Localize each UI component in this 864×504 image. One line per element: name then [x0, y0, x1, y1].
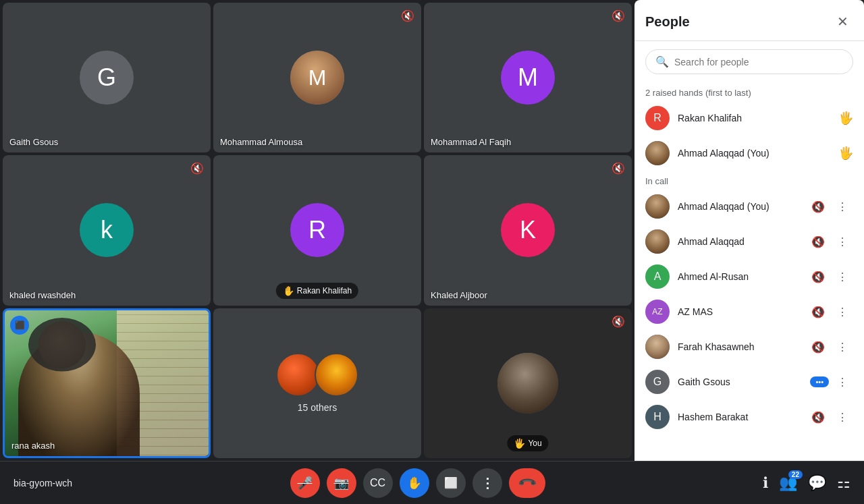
- mute-icon-khaled: 🔇: [190, 162, 204, 175]
- person-actions-ahmad-you-call: 🔇 ⋮: [807, 196, 853, 217]
- person-name-farah: Farah Khasawneh: [678, 341, 799, 352]
- avatar-rakan-raised: R: [645, 106, 670, 130]
- person-actions-gaith-panel: ••• ⋮: [810, 371, 853, 393]
- panel-title: People: [645, 14, 690, 30]
- person-item-ahmad-you-call: Ahmad Alaqqad (You) 🔇 ⋮: [634, 189, 864, 224]
- main-area: G Gaith Gsous 🔇 M Mohammad Almousa 🔇 M M…: [0, 0, 864, 461]
- camera-button[interactable]: 📷: [327, 468, 356, 498]
- gaith-active-indicator: •••: [810, 376, 829, 387]
- you-avatar: [497, 353, 558, 414]
- person-name-rakan-raised: Rakan Khalifah: [678, 113, 830, 123]
- search-input[interactable]: [674, 57, 843, 67]
- mute-btn-azmas[interactable]: 🔇: [807, 301, 829, 323]
- info-icon: ℹ: [763, 474, 768, 492]
- video-tile-mohammad-alfaqih: 🔇 M Mohammad Al Faqih: [424, 3, 632, 152]
- people-button[interactable]: 👥 22: [779, 474, 797, 492]
- rakan-badge: ✋ Rakan Khalifah: [276, 283, 358, 299]
- mute-icon-mohammad: 🔇: [401, 9, 414, 22]
- active-speaker-badge: ⬛: [10, 316, 29, 335]
- chat-button[interactable]: 💬: [808, 474, 826, 492]
- others-count: 15 others: [298, 402, 337, 413]
- video-tile-rana: ⬛ rana akash: [3, 308, 211, 458]
- in-call-label: In call: [634, 171, 864, 189]
- video-tile-mohammad-almousa: 🔇 M Mohammad Almousa: [213, 3, 421, 152]
- more-btn-farah[interactable]: ⋮: [832, 336, 853, 358]
- avatar-gaith: G: [80, 51, 134, 105]
- you-badge: 🖐 You: [507, 435, 548, 451]
- others-circle-2: [315, 353, 358, 397]
- person-actions-ahmad-call: 🔇 ⋮: [807, 231, 853, 252]
- mute-btn-hashem[interactable]: 🔇: [807, 406, 829, 428]
- end-call-icon: 📞: [516, 472, 537, 493]
- avatar-alfaqih: M: [501, 51, 555, 105]
- tile-name-mohammad-almousa: Mohammad Almousa: [220, 137, 302, 147]
- person-item-ahmed-rusan: A Ahmed Al-Rusan 🔇 ⋮: [634, 259, 864, 294]
- person-name-ahmad-call: Ahmad Alaqqad: [678, 236, 799, 247]
- people-list: 2 raised hands (first to last) R Rakan K…: [634, 82, 864, 461]
- people-badge-count: 22: [788, 470, 803, 479]
- more-btn-ahmad-you[interactable]: ⋮: [832, 196, 853, 217]
- info-button[interactable]: ℹ: [763, 474, 768, 492]
- person-item-azmas: AZ AZ MAS 🔇 ⋮: [634, 294, 864, 329]
- more-options-button[interactable]: ⋮: [473, 468, 502, 498]
- avatar-rakan: R: [290, 203, 344, 257]
- present-button[interactable]: ⬜: [436, 468, 466, 498]
- mute-btn-ahmad-you[interactable]: 🔇: [807, 196, 829, 217]
- activities-icon: ⚏: [837, 474, 850, 492]
- captions-button[interactable]: CC: [363, 468, 393, 498]
- toolbar-center: 🎤 📷 CC ✋ ⬜ ⋮ 📞: [290, 468, 545, 498]
- person-actions-ahmad-raised: 🖐: [838, 146, 853, 161]
- person-name-gaith-panel: Gaith Gsous: [678, 376, 802, 387]
- end-call-button[interactable]: 📞: [509, 468, 545, 498]
- tile-name-khaled: khaled rwashdeh: [9, 290, 76, 300]
- more-btn-gaith[interactable]: ⋮: [832, 371, 853, 393]
- you-badge-icon: 🖐: [514, 438, 525, 449]
- tile-name-alfaqih: Mohammad Al Faqih: [431, 137, 511, 147]
- search-box: 🔍: [645, 49, 853, 74]
- hand-badge-icon: ✋: [283, 285, 294, 296]
- you-badge-label: You: [528, 439, 541, 448]
- person-name-azmas: AZ MAS: [678, 306, 799, 317]
- person-name-ahmed-rusan: Ahmed Al-Rusan: [678, 271, 799, 282]
- chat-icon: 💬: [808, 474, 826, 492]
- mute-btn-farah[interactable]: 🔇: [807, 336, 829, 358]
- people-panel: People ✕ 🔍 2 raised hands (first to last…: [634, 0, 864, 461]
- avatar-ahmad-you-call: [645, 194, 670, 219]
- activities-button[interactable]: ⚏: [837, 474, 850, 492]
- person-actions-rakan-raised: 🖐: [838, 111, 853, 125]
- more-btn-hashem[interactable]: ⋮: [832, 406, 853, 428]
- video-tile-gaith: G Gaith Gsous: [3, 3, 211, 152]
- others-circle-1: [276, 353, 320, 397]
- avatar-gaith-panel: G: [645, 370, 670, 394]
- mute-btn-ahmed-rusan[interactable]: 🔇: [807, 266, 829, 287]
- more-btn-ahmed-rusan[interactable]: ⋮: [832, 266, 853, 287]
- others-avatars: [276, 353, 358, 397]
- mic-button[interactable]: 🎤: [290, 468, 320, 498]
- toolbar-right: ℹ 👥 22 💬 ⚏: [763, 474, 850, 492]
- raised-hands-label: 2 raised hands (first to last): [634, 82, 864, 101]
- avatar-hashem: H: [645, 405, 670, 429]
- person-item-ahmad-call: Ahmad Alaqqad 🔇 ⋮: [634, 224, 864, 259]
- tile-name-gaith: Gaith Gsous: [9, 137, 58, 147]
- person-actions-hashem: 🔇 ⋮: [807, 406, 853, 428]
- video-tile-you: 🔇 🖐 You: [424, 308, 632, 458]
- raise-hand-icon: ✋: [407, 476, 422, 491]
- mute-btn-ahmad[interactable]: 🔇: [807, 231, 829, 252]
- person-item-hashem: H Hashem Barakat 🔇 ⋮: [634, 399, 864, 435]
- close-panel-button[interactable]: ✕: [832, 11, 853, 32]
- present-icon: ⬜: [444, 476, 458, 489]
- search-area: 🔍: [634, 41, 864, 82]
- hand-raised-icon-ahmad: 🖐: [838, 146, 853, 161]
- avatar-ahmad-call: [645, 229, 670, 254]
- person-name-ahmad-raised: Ahmad Alaqqad (You): [678, 148, 830, 159]
- person-item-farah: Farah Khasawneh 🔇 ⋮: [634, 329, 864, 364]
- more-btn-azmas[interactable]: ⋮: [832, 301, 853, 323]
- person-actions-azmas: 🔇 ⋮: [807, 301, 853, 323]
- raise-hand-button[interactable]: ✋: [400, 468, 429, 498]
- person-item-rakan-raised: R Rakan Khalifah 🖐: [634, 101, 864, 136]
- more-btn-ahmad[interactable]: ⋮: [832, 231, 853, 252]
- person-actions-farah: 🔇 ⋮: [807, 336, 853, 358]
- person-name-ahmad-you-call: Ahmad Alaqqad (You): [678, 201, 799, 212]
- mic-icon: 🎤: [298, 476, 313, 491]
- mute-icon-alfaqih: 🔇: [612, 9, 625, 22]
